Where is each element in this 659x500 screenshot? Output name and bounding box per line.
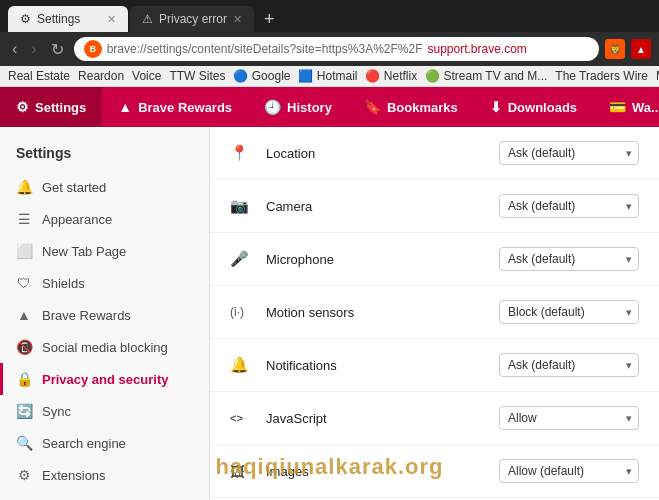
wallet-nav-label: Wa... bbox=[632, 100, 659, 115]
brave-rewards-nav-label: Brave Rewards bbox=[138, 100, 232, 115]
sidebar-title: Settings bbox=[0, 139, 209, 171]
nav-item-history[interactable]: 🕘 History bbox=[248, 87, 348, 127]
address-protocol: brave://settings/content/siteDetails?sit… bbox=[107, 42, 423, 56]
forward-button[interactable]: › bbox=[27, 38, 40, 60]
bookmark-netflix[interactable]: 🔴 Netflix bbox=[365, 69, 417, 83]
motion-sensors-control: Block (default)AllowAsk bbox=[499, 300, 639, 324]
tab-bar: ⚙ Settings ✕ ⚠ Privacy error ✕ + bbox=[0, 0, 659, 32]
search-engine-icon: 🔍 bbox=[16, 435, 32, 451]
brave-logo: B bbox=[84, 40, 102, 58]
bookmark-real-estate[interactable]: Real Estate bbox=[8, 69, 70, 83]
sidebar-item-brave-rewards[interactable]: ▲ Brave Rewards bbox=[0, 299, 209, 331]
notifications-dropdown[interactable]: Ask (default)AllowBlock bbox=[499, 353, 639, 377]
microphone-dropdown-wrap: Ask (default)AllowBlock bbox=[499, 247, 639, 271]
sidebar-item-search-engine[interactable]: 🔍 Search engine bbox=[0, 427, 209, 459]
bookmark-hotmail[interactable]: 🟦 Hotmail bbox=[298, 69, 357, 83]
javascript-icon: <> bbox=[230, 412, 254, 424]
new-tab-button[interactable]: + bbox=[256, 9, 283, 30]
tab-settings[interactable]: ⚙ Settings ✕ bbox=[8, 6, 128, 32]
microphone-dropdown[interactable]: Ask (default)AllowBlock bbox=[499, 247, 639, 271]
images-control: Allow (default)Block bbox=[499, 459, 639, 483]
settings-row-notifications: 🔔 Notifications Ask (default)AllowBlock bbox=[210, 339, 659, 392]
sidebar-item-new-tab-page[interactable]: ⬜ New Tab Page bbox=[0, 235, 209, 267]
brave-alert-icon[interactable]: ▲ bbox=[631, 39, 651, 59]
appearance-icon: ☰ bbox=[16, 211, 32, 227]
bookmark-voice[interactable]: Voice bbox=[132, 69, 161, 83]
motion-sensors-dropdown[interactable]: Block (default)AllowAsk bbox=[499, 300, 639, 324]
location-dropdown-wrap: Ask (default)AllowBlock bbox=[499, 141, 639, 165]
javascript-control: AllowBlock bbox=[499, 406, 639, 430]
motion-sensors-dropdown-wrap: Block (default)AllowAsk bbox=[499, 300, 639, 324]
reload-button[interactable]: ↻ bbox=[47, 38, 68, 61]
extensions-label: Extensions bbox=[42, 468, 106, 483]
new-tab-page-icon: ⬜ bbox=[16, 243, 32, 259]
images-dropdown[interactable]: Allow (default)Block bbox=[499, 459, 639, 483]
brave-rewards-nav-icon: ▲ bbox=[118, 99, 132, 115]
sidebar-item-extensions[interactable]: ⚙ Extensions bbox=[0, 459, 209, 491]
notifications-control: Ask (default)AllowBlock bbox=[499, 353, 639, 377]
downloads-nav-icon: ⬇ bbox=[490, 99, 502, 115]
nav-item-bookmarks[interactable]: 🔖 Bookmarks bbox=[348, 87, 474, 127]
images-dropdown-wrap: Allow (default)Block bbox=[499, 459, 639, 483]
privacy-error-tab-close[interactable]: ✕ bbox=[233, 13, 242, 26]
images-icon: 🖼 bbox=[230, 463, 254, 480]
javascript-dropdown[interactable]: AllowBlock bbox=[499, 406, 639, 430]
bookmark-ttw-sites[interactable]: TTW Sites bbox=[169, 69, 225, 83]
sync-icon: 🔄 bbox=[16, 403, 32, 419]
history-nav-label: History bbox=[287, 100, 332, 115]
appearance-label: Appearance bbox=[42, 212, 112, 227]
get-started-label: Get started bbox=[42, 180, 106, 195]
wallet-nav-icon: 💳 bbox=[609, 99, 626, 115]
sidebar-item-wallet[interactable]: 💳 Wallet bbox=[0, 491, 209, 500]
sidebar-item-appearance[interactable]: ☰ Appearance bbox=[0, 203, 209, 235]
address-highlight: support.brave.com bbox=[427, 42, 526, 56]
downloads-nav-label: Downloads bbox=[508, 100, 577, 115]
social-media-blocking-icon: 📵 bbox=[16, 339, 32, 355]
privacy-security-label: Privacy and security bbox=[42, 372, 168, 387]
brave-shield-icon[interactable]: 🦁 bbox=[605, 39, 625, 59]
back-button[interactable]: ‹ bbox=[8, 38, 21, 60]
sidebar-item-sync[interactable]: 🔄 Sync bbox=[0, 395, 209, 427]
brave-rewards-sidebar-icon: ▲ bbox=[16, 307, 32, 323]
images-label-wrap: Images bbox=[266, 464, 499, 479]
nav-item-brave-rewards[interactable]: ▲ Brave Rewards bbox=[102, 87, 248, 127]
location-icon: 📍 bbox=[230, 144, 254, 162]
bookmark-google[interactable]: 🔵 Google bbox=[233, 69, 290, 83]
address-bar-row: ‹ › ↻ B brave://settings/content/siteDet… bbox=[0, 32, 659, 66]
sidebar-item-shields[interactable]: 🛡 Shields bbox=[0, 267, 209, 299]
settings-tab-icon: ⚙ bbox=[20, 12, 31, 26]
camera-dropdown[interactable]: Ask (default)AllowBlock bbox=[499, 194, 639, 218]
settings-row-location: 📍 Location Ask (default)AllowBlock bbox=[210, 127, 659, 180]
location-dropdown[interactable]: Ask (default)AllowBlock bbox=[499, 141, 639, 165]
camera-control: Ask (default)AllowBlock bbox=[499, 194, 639, 218]
nav-item-wallet[interactable]: 💳 Wa... bbox=[593, 87, 659, 127]
tab-privacy-error[interactable]: ⚠ Privacy error ✕ bbox=[130, 6, 254, 32]
bookmarks-bar: Real Estate Reardon Voice TTW Sites 🔵 Go… bbox=[0, 66, 659, 87]
history-nav-icon: 🕘 bbox=[264, 99, 281, 115]
notifications-dropdown-wrap: Ask (default)AllowBlock bbox=[499, 353, 639, 377]
bookmarks-nav-icon: 🔖 bbox=[364, 99, 381, 115]
bookmark-stream-tv[interactable]: 🟢 Stream TV and M... bbox=[425, 69, 547, 83]
sidebar-item-get-started[interactable]: 🔔 Get started bbox=[0, 171, 209, 203]
nav-item-downloads[interactable]: ⬇ Downloads bbox=[474, 87, 593, 127]
settings-row-motion-sensors: (i·) Motion sensors Block (default)Allow… bbox=[210, 286, 659, 339]
motion-sensors-label: Motion sensors bbox=[266, 305, 499, 320]
bookmark-reardon[interactable]: Reardon bbox=[78, 69, 124, 83]
camera-label-wrap: Camera bbox=[266, 199, 499, 214]
camera-icon: 📷 bbox=[230, 197, 254, 215]
sidebar-item-privacy-security[interactable]: 🔒 Privacy and security bbox=[0, 363, 209, 395]
bookmark-traders-wire[interactable]: The Traders Wire bbox=[555, 69, 648, 83]
microphone-label: Microphone bbox=[266, 252, 499, 267]
nav-item-settings[interactable]: ⚙ Settings bbox=[0, 87, 102, 127]
browser-chrome: ⚙ Settings ✕ ⚠ Privacy error ✕ + ‹ › ↻ B… bbox=[0, 0, 659, 87]
camera-label: Camera bbox=[266, 199, 499, 214]
shields-label: Shields bbox=[42, 276, 85, 291]
privacy-error-tab-label: Privacy error bbox=[159, 12, 227, 26]
address-bar[interactable]: B brave://settings/content/siteDetails?s… bbox=[74, 37, 599, 61]
microphone-control: Ask (default)AllowBlock bbox=[499, 247, 639, 271]
settings-row-camera: 📷 Camera Ask (default)AllowBlock bbox=[210, 180, 659, 233]
settings-nav-label: Settings bbox=[35, 100, 86, 115]
get-started-icon: 🔔 bbox=[16, 179, 32, 195]
settings-tab-close[interactable]: ✕ bbox=[107, 13, 116, 26]
sidebar-item-social-media-blocking[interactable]: 📵 Social media blocking bbox=[0, 331, 209, 363]
